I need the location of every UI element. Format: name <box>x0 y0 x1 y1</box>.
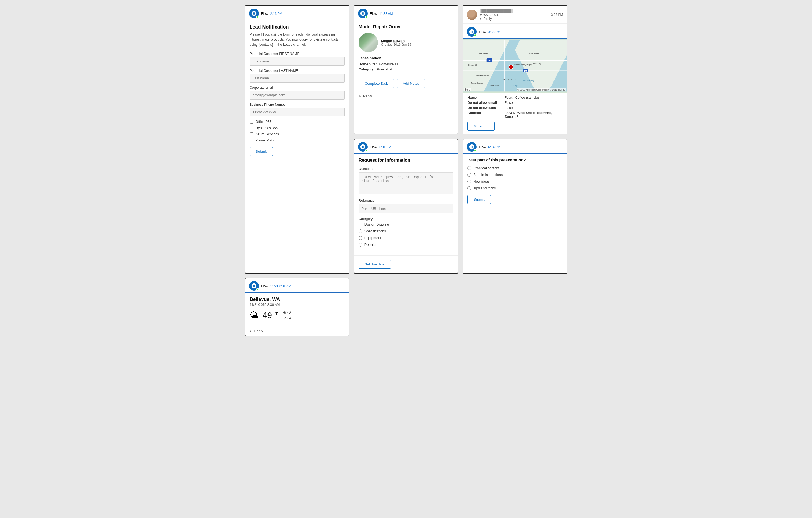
rfi-category-permits-label: Permits <box>365 243 376 247</box>
rfi-category-equipment-input[interactable] <box>358 236 362 240</box>
weather-header-meta: Flow 11/21 8:31 AM <box>261 284 345 288</box>
svg-text:St Petersburg: St Petersburg <box>503 78 516 80</box>
dynamics-email-row: Do not allow email False <box>467 101 562 105</box>
lead-header-meta: Flow 2:13 PM <box>261 11 345 16</box>
complete-task-button[interactable]: Complete Task <box>358 79 394 88</box>
checkbox-office365[interactable]: Office 365 <box>250 120 345 124</box>
repair-avatar-img <box>358 33 378 52</box>
poll-option-practical-label: Practical content <box>473 166 499 170</box>
repair-card: Flow 11:33 AM Model Repair Order Megan B… <box>354 5 458 134</box>
first-name-group: Potential Customer FIRST NAME <box>250 52 345 65</box>
dynamics-avatar-img <box>467 10 477 20</box>
weather-main-row: 🌤 49 °F Hi 49 Lo 34 <box>250 310 345 321</box>
repair-description: Fence broken <box>358 56 454 60</box>
dynamics-card: ████████████ tel:555-0150 ↩ Reply 3:33 P… <box>463 5 567 134</box>
dynamics-card-header: Flow 3:33 PM <box>463 24 567 39</box>
add-notes-button[interactable]: Add Notes <box>397 79 426 88</box>
rfi-category-specs-input[interactable] <box>358 229 362 233</box>
lead-card-header: Flow 2:13 PM <box>245 6 349 21</box>
reply-arrow-icon: ↩ <box>358 94 361 98</box>
repair-reply-footer[interactable]: ↩ Reply <box>354 92 458 101</box>
dynamics-header-meta: Flow 3:33 PM <box>479 30 563 34</box>
flow-avatar-rfi <box>358 142 368 152</box>
lead-title: Lead Notification <box>250 24 345 30</box>
first-name-label: Potential Customer FIRST NAME <box>250 52 345 56</box>
lead-submit-button[interactable]: Submit <box>250 147 273 156</box>
weather-date: 11/21/2019 8:30 AM <box>250 303 345 307</box>
poll-submit-button[interactable]: Submit <box>467 195 491 204</box>
map-copyright: © 2019 Microsoft Corporation © 2019 HERE <box>517 88 566 91</box>
weather-reply-footer[interactable]: ↩ Reply <box>245 327 349 336</box>
repair-user-name: Megan Bowen <box>381 39 411 43</box>
checkbox-azure[interactable]: Azure Services <box>250 132 345 136</box>
checkbox-powerplatform-input[interactable] <box>250 138 254 142</box>
checkbox-azure-input[interactable] <box>250 132 254 136</box>
flow-avatar-poll <box>467 142 476 152</box>
checkbox-powerplatform-label: Power Platform <box>256 138 280 142</box>
svg-text:New Port Richey: New Port Richey <box>476 75 490 77</box>
poll-option-tips[interactable]: Tips and tricks <box>467 186 562 190</box>
svg-text:75: 75 <box>488 59 491 62</box>
poll-option-tips-label: Tips and tricks <box>473 186 496 190</box>
dynamics-user-time: 3:33 PM <box>551 12 563 17</box>
dynamics-user-info: ████████████ tel:555-0150 ↩ Reply <box>480 9 513 21</box>
poll-option-practical[interactable]: Practical content <box>467 166 562 170</box>
poll-option-simple[interactable]: Simple instructions <box>467 173 562 177</box>
repair-user-avatar <box>358 33 378 52</box>
repair-reply-label: Reply <box>363 94 372 98</box>
poll-option-newideas[interactable]: New ideas <box>467 180 562 184</box>
weather-lo: Lo 34 <box>283 316 291 321</box>
weather-card-header: Flow 11/21 8:31 AM <box>245 278 349 293</box>
dynamics-more-info-wrapper: More Info <box>467 122 562 131</box>
weather-temperature: 49 °F <box>263 310 279 320</box>
checkbox-dynamics365-input[interactable] <box>250 126 254 130</box>
rfi-category-permits[interactable]: Permits <box>358 243 454 247</box>
lead-card: Flow 2:13 PM Lead Notification Please fi… <box>245 5 349 274</box>
dynamics-email-value: False <box>504 101 513 105</box>
rfi-set-due-date-button[interactable]: Set due date <box>358 260 391 269</box>
email-input[interactable] <box>250 91 345 100</box>
rfi-question-input[interactable] <box>358 172 454 194</box>
weather-reply-arrow: ↩ <box>250 329 253 333</box>
dynamics-send-time: 3:33 PM <box>488 30 500 34</box>
more-info-button[interactable]: More Info <box>467 122 495 131</box>
rfi-card-footer: Set due date <box>354 255 458 273</box>
poll-option-simple-input[interactable] <box>467 173 471 177</box>
rfi-category-options: Design Drawing Specifications Equipment … <box>358 222 454 247</box>
product-checkboxes: Office 365 Dynamics 365 Azure Services P… <box>250 120 345 142</box>
poll-option-tips-input[interactable] <box>467 186 471 190</box>
rfi-reference-input[interactable] <box>358 204 454 213</box>
checkbox-powerplatform[interactable]: Power Platform <box>250 138 345 142</box>
weather-send-time: 11/21 8:31 AM <box>270 284 291 288</box>
weather-unit: °F <box>274 312 278 316</box>
dynamics-contact-phone: tel:555-0150 <box>480 13 513 17</box>
last-name-input[interactable] <box>250 74 345 83</box>
rfi-category-equipment[interactable]: Equipment <box>358 236 454 240</box>
poll-header-meta: Flow 6:14 PM <box>479 145 563 149</box>
checkbox-office365-label: Office 365 <box>256 120 271 124</box>
phone-input[interactable] <box>250 108 345 116</box>
poll-option-newideas-input[interactable] <box>467 180 471 184</box>
dynamics-sender-name: Flow <box>479 30 486 34</box>
lead-send-time: 2:13 PM <box>270 12 283 16</box>
online-indicator-dynamics <box>474 34 476 36</box>
rfi-category-design-input[interactable] <box>358 223 362 226</box>
poll-title: Best part of this presentation? <box>467 158 562 162</box>
checkbox-dynamics365[interactable]: Dynamics 365 <box>250 126 345 130</box>
rfi-card-body: Request for Information Question Referen… <box>354 154 458 255</box>
poll-option-practical-input[interactable] <box>467 166 471 170</box>
rfi-category-design[interactable]: Design Drawing <box>358 222 454 226</box>
flow-avatar-dynamics <box>467 27 476 36</box>
repair-homesite-value: Homesite 115 <box>379 62 400 66</box>
last-name-label: Potential Customer LAST NAME <box>250 69 345 73</box>
dynamics-calls-key: Do not allow calls <box>467 106 502 110</box>
first-name-input[interactable] <box>250 57 345 65</box>
online-indicator-poll <box>474 149 476 152</box>
checkbox-office365-input[interactable] <box>250 120 254 124</box>
rfi-category-specs[interactable]: Specifications <box>358 229 454 233</box>
dynamics-name-key: Name <box>467 96 502 100</box>
poll-send-time: 6:14 PM <box>488 145 500 149</box>
dynamics-user-reply[interactable]: ↩ Reply <box>480 17 513 21</box>
weather-card: Flow 11/21 8:31 AM Bellevue, WA 11/21/20… <box>245 278 349 336</box>
rfi-category-permits-input[interactable] <box>358 243 362 247</box>
